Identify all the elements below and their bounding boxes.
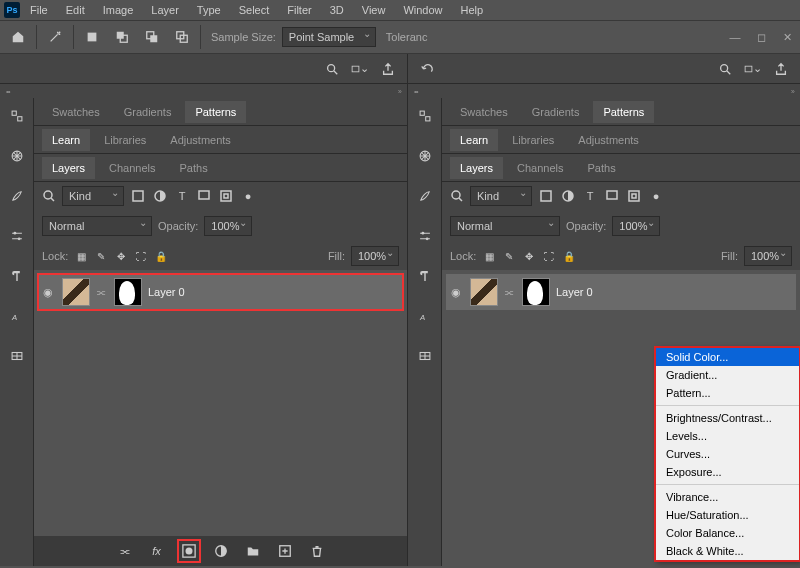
paragraph-icon[interactable] bbox=[5, 264, 29, 288]
filter-toggle-icon[interactable]: ● bbox=[648, 188, 664, 204]
tab-channels[interactable]: Channels bbox=[99, 157, 165, 179]
layer-row[interactable]: ◉ ⫘ Layer 0 bbox=[38, 274, 403, 310]
lock-artboard-icon[interactable]: ⛶ bbox=[542, 249, 556, 263]
menu-file[interactable]: File bbox=[22, 2, 56, 18]
filter-toggle-icon[interactable]: ● bbox=[240, 188, 256, 204]
mask-thumbnail[interactable] bbox=[114, 278, 142, 306]
minimize-button[interactable]: — bbox=[728, 30, 742, 44]
swatch-icon[interactable] bbox=[5, 344, 29, 368]
menu-hue-saturation[interactable]: Hue/Saturation... bbox=[656, 506, 799, 524]
tab-layers[interactable]: Layers bbox=[42, 157, 95, 179]
sample-size-dropdown[interactable]: Point Sample bbox=[282, 27, 376, 47]
lock-transparency-icon[interactable]: ▦ bbox=[482, 249, 496, 263]
tab-channels[interactable]: Channels bbox=[507, 157, 573, 179]
magic-wand-tool[interactable] bbox=[43, 25, 67, 49]
square-icon[interactable] bbox=[80, 25, 104, 49]
fill-input[interactable]: 100% bbox=[351, 246, 399, 266]
opacity-input[interactable]: 100% bbox=[204, 216, 252, 236]
menu-gradient[interactable]: Gradient... bbox=[656, 366, 799, 384]
lock-position-icon[interactable]: ✥ bbox=[522, 249, 536, 263]
tab-gradients[interactable]: Gradients bbox=[114, 101, 182, 123]
glyph-icon[interactable]: A bbox=[5, 304, 29, 328]
layer-name[interactable]: Layer 0 bbox=[556, 286, 593, 298]
layer-thumbnail[interactable] bbox=[470, 278, 498, 306]
tab-gradients[interactable]: Gradients bbox=[522, 101, 590, 123]
mask-link-icon[interactable]: ⫘ bbox=[504, 287, 516, 298]
kind-filter-dropdown[interactable]: Kind bbox=[62, 186, 124, 206]
share-icon[interactable] bbox=[379, 60, 397, 78]
home-button[interactable] bbox=[6, 25, 30, 49]
lock-position-icon[interactable]: ✥ bbox=[114, 249, 128, 263]
shape-filter-icon[interactable] bbox=[196, 188, 212, 204]
pixel-filter-icon[interactable] bbox=[538, 188, 554, 204]
sliders-icon[interactable] bbox=[413, 224, 437, 248]
menu-type[interactable]: Type bbox=[189, 2, 229, 18]
properties-icon[interactable] bbox=[413, 104, 437, 128]
tab-paths[interactable]: Paths bbox=[578, 157, 626, 179]
search-icon[interactable] bbox=[323, 60, 341, 78]
properties-icon[interactable] bbox=[5, 104, 29, 128]
tab-paths[interactable]: Paths bbox=[170, 157, 218, 179]
adjustment-filter-icon[interactable] bbox=[152, 188, 168, 204]
layer-name[interactable]: Layer 0 bbox=[148, 286, 185, 298]
menu-vibrance[interactable]: Vibrance... bbox=[656, 488, 799, 506]
mask-thumbnail[interactable] bbox=[522, 278, 550, 306]
subtract-icon[interactable] bbox=[140, 25, 164, 49]
intersect-icon[interactable] bbox=[170, 25, 194, 49]
menu-help[interactable]: Help bbox=[453, 2, 492, 18]
delete-layer-icon[interactable] bbox=[308, 542, 326, 560]
tab-adjustments[interactable]: Adjustments bbox=[160, 129, 241, 151]
layer-thumbnail[interactable] bbox=[62, 278, 90, 306]
tab-learn[interactable]: Learn bbox=[450, 129, 498, 151]
wheel-icon[interactable] bbox=[5, 144, 29, 168]
menu-levels[interactable]: Levels... bbox=[656, 427, 799, 445]
opacity-input[interactable]: 100% bbox=[612, 216, 660, 236]
grip-icon[interactable]: •• bbox=[6, 87, 10, 96]
visibility-icon[interactable]: ◉ bbox=[40, 286, 56, 299]
menu-view[interactable]: View bbox=[354, 2, 394, 18]
menu-select[interactable]: Select bbox=[231, 2, 278, 18]
smart-filter-icon[interactable] bbox=[626, 188, 642, 204]
shape-filter-icon[interactable] bbox=[604, 188, 620, 204]
paragraph-icon[interactable] bbox=[413, 264, 437, 288]
tab-learn[interactable]: Learn bbox=[42, 129, 90, 151]
menu-layer[interactable]: Layer bbox=[143, 2, 187, 18]
panel-menu-icon[interactable]: ›› bbox=[398, 87, 401, 96]
tab-patterns[interactable]: Patterns bbox=[185, 101, 246, 123]
new-layer-icon[interactable] bbox=[276, 542, 294, 560]
lock-artboard-icon[interactable]: ⛶ bbox=[134, 249, 148, 263]
menu-3d[interactable]: 3D bbox=[322, 2, 352, 18]
menu-window[interactable]: Window bbox=[395, 2, 450, 18]
arrange-icon[interactable]: ⌄ bbox=[744, 60, 762, 78]
lock-image-icon[interactable]: ✎ bbox=[94, 249, 108, 263]
sliders-icon[interactable] bbox=[5, 224, 29, 248]
menu-black-white[interactable]: Black & White... bbox=[656, 542, 799, 560]
new-adjustment-icon[interactable] bbox=[212, 542, 230, 560]
arrange-icon[interactable]: ⌄ bbox=[351, 60, 369, 78]
kind-filter-dropdown[interactable]: Kind bbox=[470, 186, 532, 206]
brush-icon[interactable] bbox=[5, 184, 29, 208]
tab-swatches[interactable]: Swatches bbox=[42, 101, 110, 123]
glyph-icon[interactable]: A bbox=[413, 304, 437, 328]
search-icon[interactable] bbox=[716, 60, 734, 78]
fill-input[interactable]: 100% bbox=[744, 246, 792, 266]
share-icon[interactable] bbox=[772, 60, 790, 78]
tab-libraries[interactable]: Libraries bbox=[94, 129, 156, 151]
blend-mode-dropdown[interactable]: Normal bbox=[450, 216, 560, 236]
swatch-icon[interactable] bbox=[413, 344, 437, 368]
menu-image[interactable]: Image bbox=[95, 2, 142, 18]
blend-mode-dropdown[interactable]: Normal bbox=[42, 216, 152, 236]
menu-solid-color[interactable]: Solid Color... bbox=[656, 348, 799, 366]
lock-all-icon[interactable]: 🔒 bbox=[154, 249, 168, 263]
close-button[interactable]: ✕ bbox=[780, 30, 794, 44]
smart-filter-icon[interactable] bbox=[218, 188, 234, 204]
new-group-icon[interactable] bbox=[244, 542, 262, 560]
menu-exposure[interactable]: Exposure... bbox=[656, 463, 799, 481]
lock-image-icon[interactable]: ✎ bbox=[502, 249, 516, 263]
brush-icon[interactable] bbox=[413, 184, 437, 208]
undo-icon[interactable] bbox=[418, 60, 436, 78]
tab-adjustments[interactable]: Adjustments bbox=[568, 129, 649, 151]
tab-patterns[interactable]: Patterns bbox=[593, 101, 654, 123]
menu-edit[interactable]: Edit bbox=[58, 2, 93, 18]
menu-pattern[interactable]: Pattern... bbox=[656, 384, 799, 402]
